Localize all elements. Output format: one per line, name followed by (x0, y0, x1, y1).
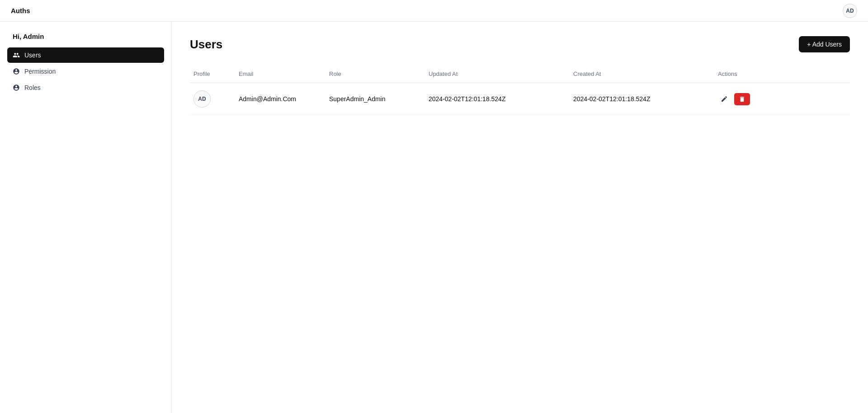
col-header-profile: Profile (190, 69, 235, 79)
user-avatar: AD (193, 90, 211, 108)
sidebar-item-permission[interactable]: Permission (7, 64, 164, 79)
delete-button[interactable] (734, 93, 750, 105)
cell-actions (714, 91, 850, 107)
user-avatar-topbar[interactable]: AD (843, 4, 857, 18)
sidebar-item-roles[interactable]: Roles (7, 80, 164, 95)
sidebar: Hi, Admin Users Permission (0, 22, 172, 413)
cell-email: Admin@Admin.Com (235, 94, 326, 104)
col-header-actions: Actions (714, 69, 850, 79)
cell-updated-at: 2024-02-02T12:01:18.524Z (425, 94, 570, 104)
roles-icon (13, 84, 20, 91)
users-icon (13, 52, 20, 59)
permission-icon (13, 68, 20, 75)
col-header-email: Email (235, 69, 326, 79)
topbar: Auths AD (0, 0, 868, 22)
col-header-role: Role (326, 69, 425, 79)
table-row: AD Admin@Admin.Com SuperAdmin_Admin 2024… (190, 83, 850, 115)
table-header: Profile Email Role Updated At Created At… (190, 65, 850, 83)
col-header-created-at: Created At (570, 69, 714, 79)
sidebar-users-label: Users (24, 52, 41, 59)
edit-button[interactable] (718, 93, 731, 105)
content-header: Users + Add Users (190, 36, 850, 52)
app-title: Auths (11, 7, 30, 14)
col-header-updated-at: Updated At (425, 69, 570, 79)
sidebar-permission-label: Permission (24, 68, 56, 75)
cell-role: SuperAdmin_Admin (326, 94, 425, 104)
page-title: Users (190, 38, 222, 52)
content-area: Users + Add Users Profile Email Role Upd… (172, 22, 868, 413)
sidebar-roles-label: Roles (24, 84, 41, 91)
sidebar-greeting: Hi, Admin (7, 33, 164, 40)
sidebar-item-users[interactable]: Users (7, 47, 164, 63)
main-layout: Hi, Admin Users Permission (0, 22, 868, 413)
cell-profile: AD (190, 89, 235, 109)
users-table: Profile Email Role Updated At Created At… (190, 65, 850, 115)
add-users-button[interactable]: + Add Users (799, 36, 850, 52)
cell-created-at: 2024-02-02T12:01:18.524Z (570, 94, 714, 104)
